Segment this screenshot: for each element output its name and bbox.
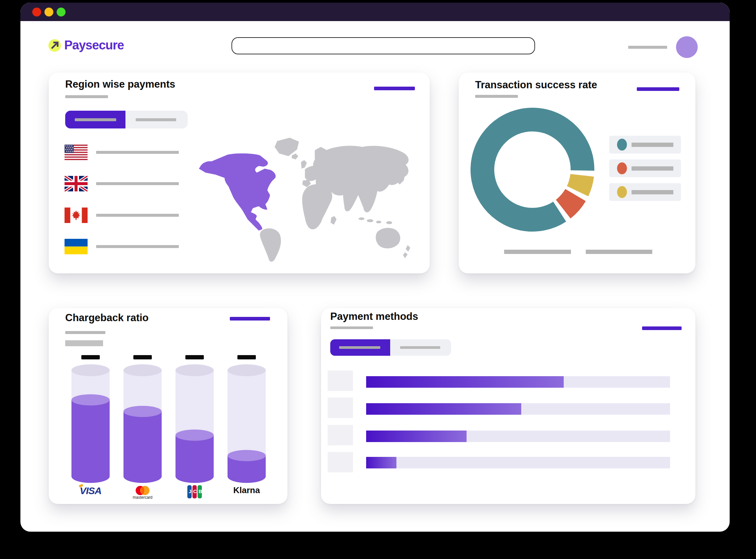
region-value-placeholder — [96, 182, 179, 185]
region-value-placeholder — [96, 245, 179, 248]
card-menu-dash[interactable] — [637, 87, 679, 91]
zoom-button[interactable] — [56, 7, 66, 17]
cylinder-value-tick — [237, 355, 256, 359]
method-bar-3 — [366, 430, 670, 442]
method-bar-4 — [366, 457, 670, 468]
legend-label-placeholder — [632, 143, 673, 147]
legend-dot-2 — [617, 186, 627, 198]
method-icon-placeholder — [328, 371, 353, 391]
footer-placeholder-bar — [586, 250, 652, 254]
app-window: Paysecure Region wise payments — [20, 3, 730, 532]
cylinder-value-tick — [133, 355, 152, 359]
legend-label-placeholder — [632, 190, 673, 194]
card-transaction-success-rate: Transaction success rate — [459, 72, 695, 273]
legend-item-2 — [609, 159, 681, 177]
jcb-logo: JCB — [176, 485, 214, 504]
method-bar-2 — [366, 403, 670, 415]
card-payment-methods: Payment methods — [321, 308, 695, 504]
map-region-north-america — [199, 154, 276, 230]
paysecure-logo[interactable]: Paysecure — [48, 38, 124, 52]
mastercard-circles-icon — [134, 485, 151, 496]
card-chargeback-ratio: Chargeback ratio VISA — [49, 308, 288, 504]
region-value-placeholder — [96, 151, 179, 154]
subtitle-placeholder — [65, 95, 108, 98]
axis-label-placeholder — [65, 340, 103, 346]
card-title-region: Region wise payments — [65, 79, 175, 90]
methods-toggle[interactable] — [330, 339, 451, 356]
card-menu-dash[interactable] — [374, 87, 415, 90]
user-name-placeholder — [628, 46, 667, 49]
avatar[interactable] — [676, 36, 698, 58]
visa-accent-icon — [79, 484, 83, 488]
search-input[interactable] — [231, 37, 535, 54]
success-rate-donut-chart — [470, 107, 595, 232]
subtitle-placeholder — [65, 331, 105, 334]
klarna-logo: Klarna — [228, 485, 266, 504]
map-base-regions — [260, 138, 410, 262]
toggle-label-placeholder — [75, 118, 116, 121]
legend-item-success — [609, 136, 681, 154]
method-icon-placeholder — [328, 452, 353, 472]
legend-dot-1 — [617, 162, 627, 174]
cylinder-visa — [71, 364, 110, 483]
flag-ukraine-icon — [65, 239, 88, 254]
card-title-success: Transaction success rate — [475, 79, 597, 91]
cylinder-value-tick — [185, 355, 204, 359]
method-icon-placeholder — [328, 425, 353, 445]
region-toggle[interactable] — [65, 111, 188, 129]
legend-dot-0 — [617, 139, 627, 151]
flag-united-states-icon — [65, 144, 88, 160]
logo-arrow-icon — [48, 39, 61, 52]
method-bar-1 — [366, 376, 670, 388]
subtitle-placeholder — [475, 95, 518, 98]
legend-label-placeholder — [632, 166, 673, 171]
card-title-methods: Payment methods — [330, 311, 418, 322]
logo-wordmark: Paysecure — [64, 38, 124, 52]
toggle-label-placeholder — [339, 346, 380, 349]
method-icon-placeholder — [328, 398, 353, 418]
card-title-chargeback: Chargeback ratio — [65, 312, 148, 324]
cylinder-mastercard — [123, 364, 162, 483]
world-map — [194, 134, 418, 270]
toggle-label-placeholder — [136, 118, 176, 121]
close-button[interactable] — [32, 7, 41, 17]
flag-canada-icon — [65, 207, 88, 223]
footer-placeholder-bar — [504, 250, 571, 254]
card-menu-dash[interactable] — [230, 317, 270, 320]
jcb-stripes-icon: JCB — [187, 485, 202, 498]
minimize-button[interactable] — [44, 7, 53, 17]
toggle-label-placeholder — [400, 346, 440, 349]
cylinder-jcb — [176, 364, 214, 483]
cylinder-klarna — [228, 364, 266, 483]
cylinder-value-tick — [81, 355, 100, 359]
window-titlebar — [20, 3, 730, 21]
card-region-wise-payments: Region wise payments — [49, 72, 430, 273]
subtitle-placeholder — [330, 327, 373, 329]
flag-united-kingdom-icon — [65, 176, 88, 192]
legend-item-3 — [609, 183, 681, 201]
visa-logo: VISA — [71, 485, 110, 504]
card-menu-dash[interactable] — [642, 327, 682, 330]
region-value-placeholder — [96, 214, 179, 217]
mastercard-logo: mastercard — [123, 485, 162, 504]
